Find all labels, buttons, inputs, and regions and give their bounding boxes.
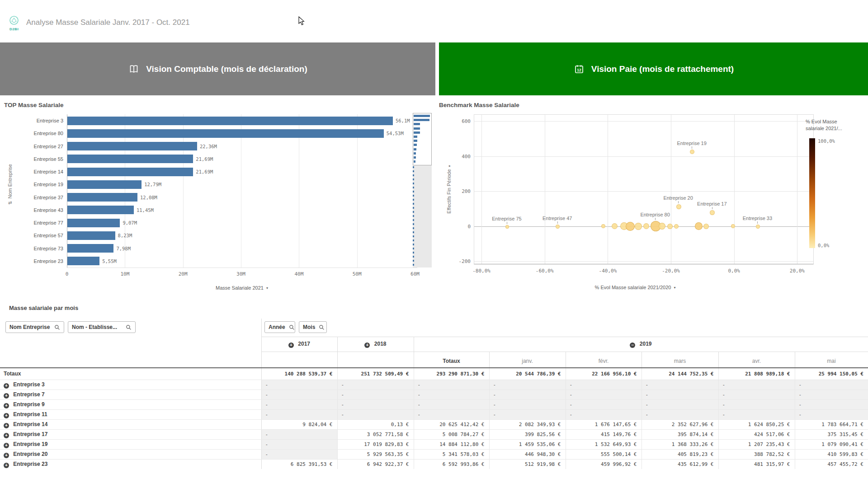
bar[interactable] (67, 257, 99, 265)
mouse-cursor (298, 16, 305, 26)
scatter-point-label: Entreprise 19 (677, 141, 706, 146)
scrollbar-mini-bar (414, 156, 416, 159)
scatter-x-axis-selector[interactable]: % Evol Masse salariale 2021/2020▾ (595, 285, 676, 290)
vision-comptable-button[interactable]: Vision Comptable (mois de déclaration) (0, 42, 435, 95)
filter-mois[interactable]: Mois (299, 321, 327, 333)
pivot-cell: - (261, 410, 337, 420)
pivot-cell: - (795, 380, 868, 390)
scatter-gridline-v (671, 115, 671, 264)
expand-icon[interactable]: + (4, 463, 9, 468)
bar[interactable] (67, 219, 120, 227)
bar[interactable] (67, 129, 384, 138)
collapse-icon[interactable]: − (630, 343, 635, 348)
expand-icon[interactable]: + (4, 453, 9, 458)
row-header-entreprise-23[interactable]: + Entreprise 23 (0, 460, 261, 469)
scatter-point-entreprise-75[interactable] (505, 225, 509, 229)
scatter-point[interactable] (626, 222, 635, 231)
vision-paie-button[interactable]: 12 Vision Paie (mois de rattachement) (439, 42, 868, 95)
scatter-y-axis-selector[interactable]: Effectifs Fin Période▾ (446, 165, 452, 213)
expand-icon[interactable]: + (4, 403, 9, 408)
pivot-cell: - (489, 380, 566, 390)
bar-value-label: 12,79M (144, 182, 161, 187)
month-header-mars[interactable]: mars (642, 352, 718, 368)
scrollbar-window[interactable] (413, 113, 432, 165)
row-header-entreprise-7[interactable]: + Entreprise 7 (0, 390, 261, 400)
pivot-cell: 3 052 771,58 € (337, 430, 414, 440)
scatter-point[interactable] (674, 224, 679, 229)
scatter-point-entreprise-47[interactable] (556, 225, 560, 229)
bar[interactable] (67, 231, 115, 240)
bar-value-label: 54,53M (387, 131, 404, 136)
expand-icon[interactable]: + (4, 383, 9, 389)
pivot-cell: - (718, 410, 795, 420)
expand-icon[interactable]: + (4, 393, 9, 399)
month-header-mai[interactable]: mai (795, 352, 868, 368)
bar[interactable] (67, 168, 193, 176)
bar-x-tick: 10M (120, 271, 129, 277)
bar[interactable] (67, 180, 142, 189)
bar[interactable] (67, 142, 197, 150)
year-header-2019[interactable]: − 2019 (414, 337, 868, 352)
scatter-gridline-h (474, 121, 813, 122)
chevron-down-icon: ▾ (674, 286, 675, 290)
bar-value-label: 7,98M (116, 246, 131, 251)
pivot-cell: - (566, 390, 642, 400)
bar[interactable] (67, 155, 193, 163)
filter-nom-entreprise[interactable]: Nom Entreprise (5, 321, 64, 333)
bar-category-label: Entreprise 23 (4, 258, 63, 264)
scatter-point-stem (692, 146, 692, 149)
bar[interactable] (67, 244, 113, 253)
logo-icon (9, 15, 19, 25)
scatter-point[interactable] (601, 224, 605, 228)
row-header-entreprise-17[interactable]: + Entreprise 17 (0, 430, 261, 440)
scatter-point[interactable] (612, 223, 618, 229)
bar-chart-scrollbar[interactable] (413, 113, 432, 267)
pivot-cell: - (642, 410, 718, 420)
scatter-point[interactable] (643, 223, 649, 229)
row-header-entreprise-19[interactable]: + Entreprise 19 (0, 440, 261, 450)
expand-icon[interactable]: + (4, 443, 9, 448)
pivot-cell: - (414, 380, 489, 390)
bar[interactable] (67, 117, 393, 125)
chevron-down-icon: ▾ (448, 165, 452, 167)
pivot-cell: 0,13 € (337, 420, 414, 430)
bar-chart-x-axis-selector[interactable]: Masse Salariale 2021▾ (216, 285, 268, 291)
month-header-janv[interactable]: janv. (489, 352, 566, 368)
bar[interactable] (67, 206, 134, 214)
month-header-Totaux[interactable]: Totaux (414, 352, 489, 368)
row-header-entreprise-9[interactable]: + Entreprise 9 (0, 400, 261, 410)
bar-value-label: 22,36M (200, 144, 217, 149)
scatter-gridline-v (481, 115, 482, 264)
month-header-févr[interactable]: févr. (566, 352, 642, 368)
expand-icon[interactable]: + (364, 343, 370, 348)
bar[interactable] (67, 193, 137, 202)
pivot-cell: - (489, 390, 566, 400)
legend-title-line2: salariale 2021/... (806, 125, 868, 132)
scatter-point-entreprise-17[interactable] (710, 210, 715, 215)
expand-icon[interactable]: + (4, 423, 9, 428)
row-header-entreprise-20[interactable]: + Entreprise 20 (0, 450, 261, 460)
filter-annee[interactable]: Année (264, 321, 295, 333)
filter-nom-etablissement[interactable]: Nom - Etablisse... (68, 321, 136, 333)
month-header-avr[interactable]: avr. (718, 352, 795, 368)
scatter-point[interactable] (635, 223, 642, 230)
scatter-point-entreprise-19[interactable] (690, 150, 694, 154)
scatter-point[interactable] (703, 224, 709, 229)
scatter-point-entreprise-33[interactable] (756, 225, 760, 229)
scatter-point[interactable] (667, 224, 673, 229)
row-header-entreprise-3[interactable]: + Entreprise 3 (0, 380, 261, 390)
scatter-point-entreprise-20[interactable] (676, 204, 681, 209)
expand-icon[interactable]: + (4, 433, 9, 438)
row-header-entreprise-14[interactable]: + Entreprise 14 (0, 420, 261, 430)
row-header-entreprise-11[interactable]: + Entreprise 11 (0, 410, 261, 420)
totals-cell: 24 144 752,35 € (642, 368, 718, 380)
scatter-point[interactable] (695, 222, 703, 230)
year-header-2017[interactable]: + 2017 (261, 337, 337, 352)
app-logo: D2BI (6, 15, 22, 33)
year-header-2018[interactable]: + 2018 (337, 337, 414, 352)
scatter-point-label: Entreprise 47 (542, 216, 572, 221)
scatter-point[interactable] (659, 223, 665, 230)
expand-icon[interactable]: + (288, 343, 294, 348)
totals-cell: 22 166 956,10 € (566, 368, 642, 380)
expand-icon[interactable]: + (4, 413, 9, 418)
